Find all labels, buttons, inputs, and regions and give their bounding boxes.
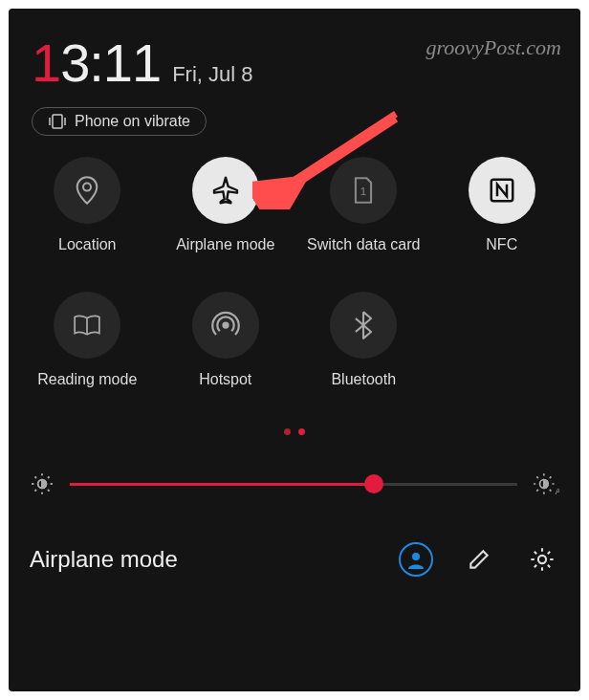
user-icon (406, 550, 425, 569)
tile-hotspot-button[interactable] (192, 292, 259, 359)
page-dot-1 (284, 428, 291, 435)
tile-reading-mode-button[interactable] (54, 292, 120, 359)
tile-airplane-mode-label: Airplane mode (176, 235, 274, 255)
tile-hotspot-label: Hotspot (199, 370, 251, 390)
tile-switch-data-card: 1 Switch data card (294, 157, 433, 286)
settings-button[interactable] (525, 542, 559, 577)
tile-nfc-button[interactable] (469, 157, 535, 224)
edit-tiles-button[interactable] (462, 542, 496, 577)
svg-rect-0 (53, 115, 62, 128)
book-icon (73, 313, 101, 338)
brightness-slider[interactable] (70, 483, 517, 486)
tile-airplane-mode-button[interactable] (192, 157, 259, 224)
footer-actions (399, 542, 559, 577)
tile-empty (433, 292, 572, 421)
tile-location-button[interactable] (54, 157, 120, 224)
page-dot-2 (298, 428, 305, 435)
tile-hotspot: Hotspot (157, 292, 295, 421)
clock: 13:11 (32, 32, 161, 94)
brightness-slider-fill (70, 483, 374, 486)
tile-reading-mode: Reading mode (18, 292, 157, 421)
tile-bluetooth-button[interactable] (330, 292, 397, 359)
hotspot-icon (211, 311, 240, 339)
bluetooth-icon (354, 311, 373, 339)
svg-text:1: 1 (360, 186, 366, 197)
location-pin-icon (74, 175, 100, 206)
brightness-row: A (9, 435, 580, 496)
clock-rest: 3:11 (60, 33, 161, 93)
svg-point-1 (83, 184, 91, 191)
tile-switch-data-card-button[interactable]: 1 (330, 157, 397, 224)
sim-card-icon: 1 (352, 176, 375, 205)
vibrate-label: Phone on vibrate (75, 113, 190, 130)
svg-point-4 (223, 323, 228, 328)
tile-switch-data-card-label: Switch data card (307, 235, 420, 255)
tile-location-label: Location (58, 235, 117, 255)
tile-airplane-mode: Airplane mode (157, 157, 295, 286)
footer-active-tile-label: Airplane mode (30, 546, 399, 573)
tile-nfc-label: NFC (486, 235, 517, 255)
brightness-icon[interactable] (30, 471, 55, 496)
svg-text:A: A (556, 487, 559, 496)
pencil-icon (467, 547, 491, 572)
svg-point-8 (412, 553, 420, 560)
tile-location: Location (18, 157, 157, 286)
gear-icon (529, 546, 556, 573)
auto-brightness-icon[interactable]: A (533, 471, 559, 496)
vibrate-icon (48, 113, 67, 130)
tile-bluetooth-label: Bluetooth (331, 370, 396, 390)
tile-reading-mode-label: Reading mode (37, 370, 137, 390)
vibrate-status-pill[interactable]: Phone on vibrate (32, 107, 207, 136)
brightness-slider-thumb[interactable] (364, 474, 383, 493)
quick-settings-panel: groovyPost.com 13:11 Fri, Jul 8 Phone on… (9, 9, 580, 691)
airplane-icon (210, 175, 241, 206)
tile-bluetooth: Bluetooth (294, 292, 433, 421)
user-button[interactable] (399, 542, 433, 577)
svg-point-9 (538, 556, 546, 563)
tile-nfc: NFC (433, 157, 572, 286)
date-label: Fri, Jul 8 (172, 62, 252, 87)
quick-tiles-grid: Location Airplane mode 1 Switch data car… (9, 136, 580, 421)
page-indicator[interactable] (9, 428, 580, 435)
clock-leading-digit: 1 (32, 33, 60, 93)
watermark: groovyPost.com (425, 35, 561, 60)
footer-bar: Airplane mode (9, 496, 580, 577)
nfc-icon (488, 176, 516, 205)
